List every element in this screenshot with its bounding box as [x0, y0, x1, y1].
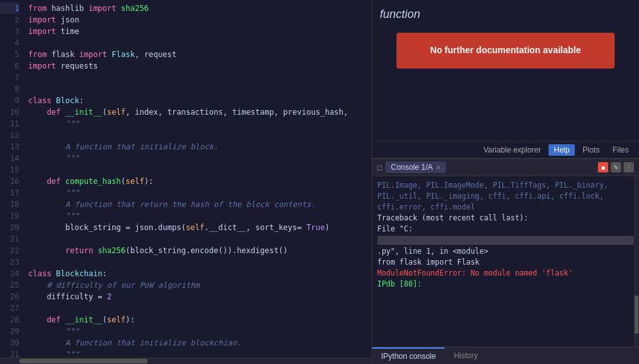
console-bottom-btn-history[interactable]: History [445, 347, 486, 364]
console-line [377, 236, 634, 245]
code-token: ( [103, 108, 107, 117]
console-tab-label: Console 1/A [391, 163, 432, 172]
line-number: 6 [0, 60, 19, 72]
code-token: Flask [112, 50, 135, 59]
code-token: json [61, 15, 80, 24]
console-tab-close[interactable]: ✕ [436, 164, 441, 171]
console-tab-icon: □ [377, 163, 382, 172]
line-number: 27 [0, 302, 19, 314]
code-token: """ [28, 154, 79, 163]
toolbar-row: Variable explorerHelpPlotsFiles [372, 141, 639, 158]
code-token: , request [135, 50, 176, 59]
line-number: 3 [0, 26, 19, 37]
line-number: 14 [0, 153, 19, 164]
console-line: PIL.Image, PIL.ImageMode, PIL.TiffTags, … [377, 180, 634, 191]
console-scrollbar[interactable] [634, 176, 639, 347]
line-number: 25 [0, 279, 19, 291]
code-token: import [28, 15, 61, 24]
code-token: class [28, 269, 56, 278]
code-token: compute_hash [65, 177, 121, 186]
console-output[interactable]: PIL.Image, PIL.ImageMode, PIL.TiffTags, … [372, 176, 639, 294]
code-line [28, 37, 366, 49]
code-token: return [65, 246, 98, 255]
code-token: def [28, 177, 65, 186]
code-token: """ [28, 211, 79, 220]
line-number: 30 [0, 337, 19, 349]
code-line: A function that return the hash of the b… [28, 199, 366, 210]
console-edit-btn[interactable]: ✎ [611, 162, 621, 172]
code-line: """ [28, 118, 366, 129]
toolbar-btn-plots[interactable]: Plots [577, 144, 605, 156]
code-token: requests [61, 62, 98, 70]
console-tab[interactable]: Console 1/A ✕ [386, 161, 445, 173]
toolbar-btn-files[interactable]: Files [608, 144, 634, 156]
line-number: 31 [0, 349, 19, 358]
code-line [28, 164, 366, 176]
code-token: (block_string.encode()).hexdigest() [126, 246, 288, 255]
code-token: 2 [107, 292, 112, 301]
code-token: , index, transactions, timestamp, previo… [126, 108, 348, 117]
code-token: A function that initialize block. [28, 142, 218, 151]
code-line: """ [28, 153, 366, 164]
code-token: self [186, 223, 205, 232]
horizontal-scrollbar[interactable] [0, 358, 371, 364]
code-token [28, 246, 65, 255]
code-token: def [28, 108, 65, 117]
code-line: A function that initialize blockchian. [28, 337, 366, 349]
code-content[interactable]: from hashlib import sha256import jsonimp… [23, 0, 371, 358]
code-token: from [28, 4, 51, 13]
code-token: import [79, 50, 112, 59]
line-number: 20 [0, 222, 19, 233]
code-token: time [61, 27, 80, 36]
code-line [28, 256, 366, 268]
line-number: 8 [0, 83, 19, 95]
console-header: □ Console 1/A ✕ ■ ✎ ⋮ [372, 159, 639, 176]
line-number: 12 [0, 129, 19, 141]
code-line: block_string = json.dumps(self.__dict__,… [28, 222, 366, 233]
console-line: IPdb [80]: [377, 279, 634, 290]
code-token: """ [28, 188, 79, 197]
code-token: """ [28, 119, 79, 128]
code-token: def [28, 315, 65, 324]
code-line: """ [28, 187, 366, 199]
toolbar-btn-variable-explorer[interactable]: Variable explorer [478, 144, 546, 156]
code-line: A function that initialize block. [28, 141, 366, 153]
code-line: """ [28, 210, 366, 222]
line-number: 24 [0, 268, 19, 279]
toolbar-btn-help[interactable]: Help [549, 144, 575, 156]
console-output-wrap[interactable]: PIL.Image, PIL.ImageMode, PIL.TiffTags, … [372, 176, 639, 347]
line-number: 13 [0, 141, 19, 153]
code-token: ) [325, 223, 329, 232]
doc-title: function [377, 5, 634, 26]
code-token: A function that initialize blockchian. [28, 338, 241, 347]
line-number: 18 [0, 199, 19, 210]
console-stop-btn[interactable]: ■ [598, 162, 608, 172]
code-area[interactable]: 1234567891011121314151617181920212223242… [0, 0, 371, 358]
code-token: from [28, 50, 51, 59]
code-token: self [126, 177, 144, 186]
scrollbar-thumb[interactable] [19, 359, 148, 363]
code-token: sha256 [98, 246, 125, 255]
code-token: : [79, 96, 83, 105]
console-line: from flask import Flask [377, 257, 634, 268]
console-options-btn[interactable]: ⋮ [624, 162, 634, 172]
console-line: Traceback (most recent call last): [377, 213, 634, 224]
line-number: 26 [0, 291, 19, 302]
console-line: cffi.error, cffi.model [377, 202, 634, 213]
code-token: Blockchain [56, 269, 102, 278]
code-token: import [89, 4, 121, 13]
line-number: 15 [0, 164, 19, 176]
code-line: class Block: [28, 95, 366, 106]
line-number: 16 [0, 176, 19, 187]
code-line: from hashlib import sha256 [28, 3, 366, 14]
code-line: return sha256(block_string.encode()).hex… [28, 245, 366, 256]
code-token: ): [126, 315, 135, 324]
line-number: 10 [0, 106, 19, 118]
console-bottom-bar: IPython consoleHistory [372, 347, 639, 364]
console-actions: ■ ✎ ⋮ [598, 162, 634, 172]
console-bottom-btn-ipython-console[interactable]: IPython console [372, 347, 445, 364]
console-scrollbar-thumb[interactable] [635, 295, 638, 334]
line-number: 19 [0, 210, 19, 222]
code-token: : [103, 269, 107, 278]
line-number: 5 [0, 49, 19, 60]
